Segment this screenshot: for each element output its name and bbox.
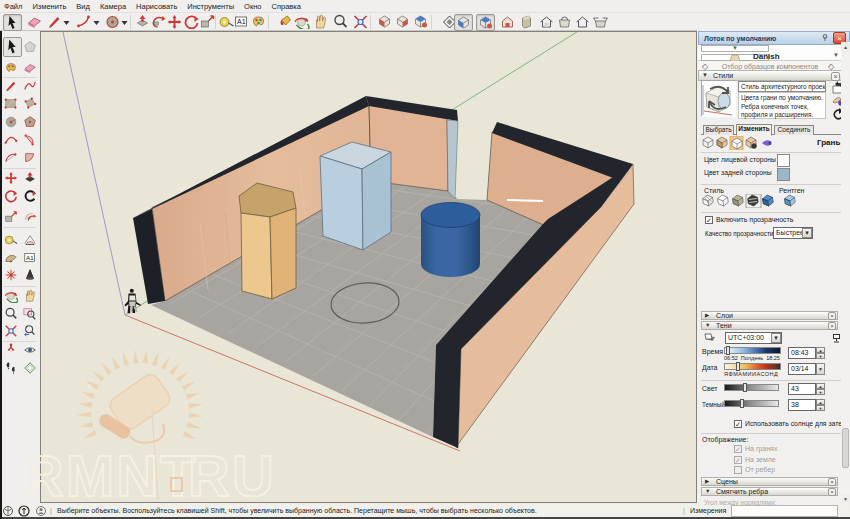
svg-text:A1: A1 [237,18,246,25]
svg-text:A1: A1 [26,254,34,261]
